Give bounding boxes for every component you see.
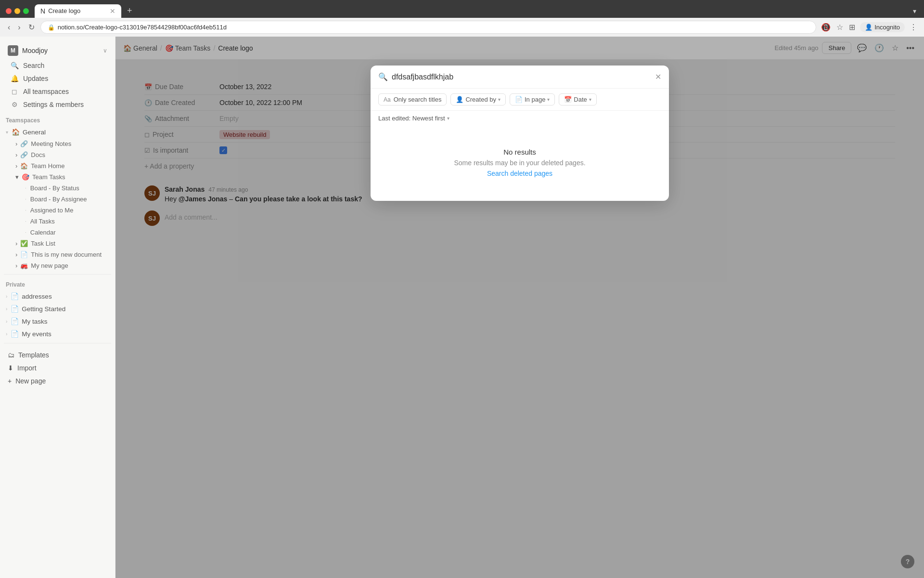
sidebar-item-meeting-notes[interactable]: › 🔗 Meeting Notes — [2, 139, 113, 149]
board-status-label: Board - By Status — [30, 184, 79, 192]
bullet-icon: · — [25, 219, 26, 224]
sidebar-item-templates[interactable]: 🗂 Templates — [4, 349, 111, 361]
sidebar-item-my-new-page[interactable]: › 🚒 My new page — [2, 261, 113, 271]
sidebar-item-updates[interactable]: 🔔 Updates — [6, 72, 109, 85]
reload-button[interactable]: ↻ — [26, 22, 37, 33]
search-icon: 🔍 — [10, 62, 19, 69]
sort-label[interactable]: Last edited: Newest first ▾ — [378, 115, 449, 122]
getting-started-label: Getting Started — [22, 305, 109, 313]
tab-close-button[interactable]: ✕ — [110, 7, 116, 15]
filter-date-button[interactable]: 📅 Date ▾ — [559, 93, 596, 105]
search-results: No results Some results may be in your d… — [371, 124, 669, 201]
addresses-label: addresses — [22, 293, 109, 300]
workspace-header[interactable]: M Moodjoy ∨ — [4, 42, 111, 59]
chevron-icon: › — [15, 240, 17, 247]
sidebar-settings-label: Settings & members — [23, 101, 84, 108]
sidebar-item-my-tasks[interactable]: › 📄 My tasks — [2, 315, 113, 327]
filter-titles-prefix: Aa — [384, 96, 391, 103]
general-label: General — [23, 129, 109, 136]
search-clear-button[interactable]: ✕ — [655, 72, 661, 81]
tab-title: Create logo — [48, 7, 107, 14]
private-section-label: Private — [0, 277, 115, 290]
forward-button[interactable]: › — [16, 22, 22, 33]
sidebar-item-search[interactable]: 🔍 Search — [6, 59, 109, 72]
address-bar-row: ‹ › ↻ 🔒 notion.so/Create-logo-c313019e78… — [0, 18, 924, 37]
back-button[interactable]: ‹ — [6, 22, 12, 33]
sidebar-item-assigned-to-me[interactable]: · Assigned to Me — [2, 205, 113, 215]
sidebar-item-task-list[interactable]: › ✅ Task List — [2, 238, 113, 249]
teamspaces-icon: ◻ — [10, 88, 19, 95]
new-doc-icon: 📄 — [20, 251, 28, 258]
sidebar-item-board-status[interactable]: · Board - By Status — [2, 183, 113, 193]
templates-label: Templates — [18, 351, 49, 359]
docs-label: Docs — [31, 151, 45, 158]
filter-created-by-icon: 👤 — [456, 96, 463, 103]
url-text: notion.so/Create-logo-c313019e78544298bf… — [58, 24, 809, 31]
tab-list-button[interactable]: ▾ — [911, 5, 918, 17]
docs-icon: 🔗 — [20, 151, 28, 158]
sidebar-item-getting-started[interactable]: › 📄 Getting Started — [2, 303, 113, 315]
new-tab-button[interactable]: + — [123, 4, 136, 18]
sidebar-item-team-home[interactable]: › 🏠 Team Home — [2, 161, 113, 171]
sidebar-item-new-page[interactable]: + New page — [4, 375, 111, 387]
chevron-icon: › — [15, 162, 17, 170]
team-tasks-label: Team Tasks — [32, 173, 65, 181]
incognito-icon: 👤 — [865, 24, 873, 31]
sidebar-item-all-tasks[interactable]: · All Tasks — [2, 216, 113, 226]
bullet-icon: · — [25, 197, 26, 202]
sidebar-item-docs[interactable]: › 🔗 Docs — [2, 150, 113, 160]
split-button[interactable]: ⊞ — [848, 22, 856, 33]
sidebar-item-import[interactable]: ⬇ Import — [4, 362, 111, 374]
workspace-dropdown-icon: ∨ — [103, 47, 107, 54]
active-tab[interactable]: N Create logo ✕ — [35, 4, 121, 18]
menu-button[interactable]: ⋮ — [909, 22, 918, 33]
chevron-icon: › — [6, 306, 7, 312]
filter-in-page-icon: 📄 — [515, 96, 523, 103]
new-page-label: New page — [15, 377, 46, 385]
sidebar-item-general[interactable]: ▾ 🏠 General — [2, 126, 113, 138]
cast-button[interactable]: 📵 — [820, 22, 832, 33]
chevron-icon: ▾ — [6, 130, 8, 135]
incognito-badge: 👤 Incognito — [860, 22, 905, 32]
sidebar-item-addresses[interactable]: › 📄 addresses — [2, 290, 113, 302]
bookmark-button[interactable]: ☆ — [835, 22, 844, 33]
filter-date-label: Date — [574, 96, 587, 103]
sidebar-item-all-teamspaces[interactable]: ◻ All teamspaces — [6, 85, 109, 98]
tab-favicon: N — [40, 7, 45, 15]
sidebar-item-my-events[interactable]: › 📄 My events — [2, 328, 113, 340]
sidebar-divider-2 — [4, 343, 111, 343]
search-modal-icon: 🔍 — [378, 72, 388, 81]
chevron-icon: › — [6, 331, 7, 337]
search-filters: Aa Only search titles 👤 Created by ▾ 📄 I… — [371, 89, 669, 111]
filter-in-page-label: In page — [525, 96, 545, 103]
getting-started-icon: 📄 — [10, 305, 19, 313]
search-deleted-pages-link[interactable]: Search deleted pages — [487, 170, 552, 177]
sidebar-item-board-assignee[interactable]: · Board - By Assignee — [2, 194, 113, 204]
close-dot[interactable] — [6, 8, 12, 14]
lock-icon: 🔒 — [48, 24, 55, 31]
search-modal-input[interactable] — [392, 73, 651, 81]
meeting-notes-icon: 🔗 — [20, 140, 28, 147]
sidebar-item-new-document[interactable]: › 📄 This is my new document — [2, 250, 113, 260]
filter-created-by-label: Created by — [465, 96, 496, 103]
sidebar-item-team-tasks[interactable]: ▾ 🎯 Team Tasks — [2, 172, 113, 182]
sidebar-item-settings[interactable]: ⚙ Settings & members — [6, 98, 109, 111]
sidebar-updates-label: Updates — [23, 75, 48, 82]
chevron-icon: ▾ — [15, 173, 19, 181]
address-bar[interactable]: 🔒 notion.so/Create-logo-c313019e78544298… — [40, 21, 817, 34]
my-new-page-icon: 🚒 — [20, 262, 28, 269]
new-document-label: This is my new document — [31, 251, 102, 258]
new-page-icon: + — [8, 377, 12, 385]
bullet-icon: · — [25, 185, 26, 191]
meeting-notes-label: Meeting Notes — [31, 140, 71, 147]
filter-in-page-button[interactable]: 📄 In page ▾ — [510, 93, 555, 105]
filter-created-by-button[interactable]: 👤 Created by ▾ — [450, 93, 506, 105]
maximize-dot[interactable] — [23, 8, 29, 14]
minimize-dot[interactable] — [14, 8, 20, 14]
filter-titles-button[interactable]: Aa Only search titles — [378, 93, 447, 105]
team-tasks-icon: 🎯 — [22, 173, 29, 181]
team-home-icon: 🏠 — [20, 162, 28, 170]
task-list-label: Task List — [31, 240, 55, 247]
sidebar-item-calendar[interactable]: · Calendar — [2, 227, 113, 237]
chevron-icon: › — [15, 151, 17, 158]
